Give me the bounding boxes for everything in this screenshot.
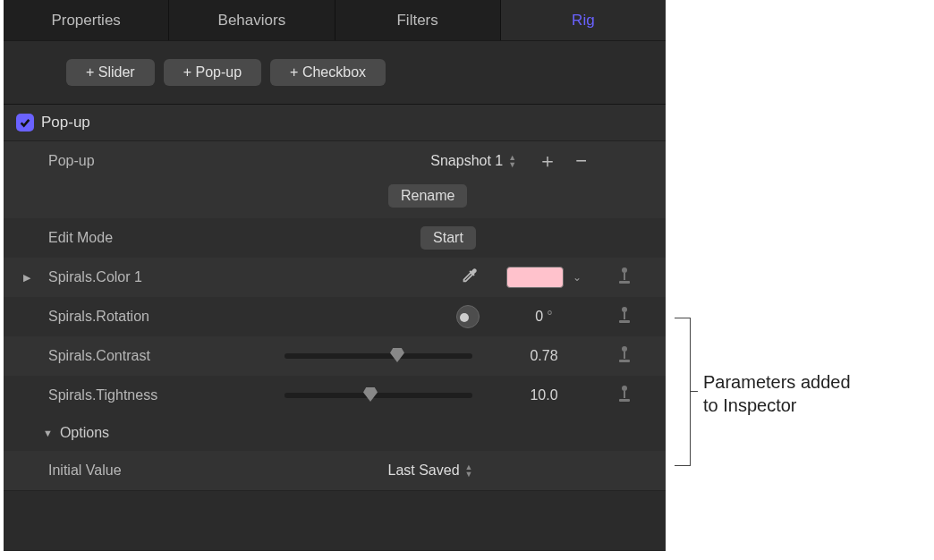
add-widget-row: + Slider + Pop-up + Checkbox — [4, 41, 666, 104]
eyedropper-icon[interactable] — [460, 266, 480, 289]
slider-thumb[interactable] — [390, 348, 404, 362]
tab-behaviors[interactable]: Behaviors — [169, 0, 335, 40]
disclosure-triangle[interactable] — [23, 271, 30, 284]
param-tightness-row: Spirals.Tightness 10.0 — [4, 376, 666, 415]
param-label: Spirals.Tightness — [48, 387, 245, 403]
contrast-slider[interactable] — [284, 353, 472, 359]
remove-snapshot-button[interactable]: − — [575, 149, 587, 173]
options-label: Options — [60, 425, 109, 441]
contrast-value[interactable]: 0.78 — [530, 348, 557, 364]
tightness-slider[interactable] — [284, 393, 472, 398]
initial-value-select[interactable]: Last Saved ▲▼ — [388, 462, 473, 479]
stepper-icon: ▲▼ — [465, 464, 473, 478]
popup-section-header: Pop-up — [4, 105, 666, 140]
options-header[interactable]: Options — [4, 415, 666, 451]
edit-mode-label: Edit Mode — [48, 230, 245, 246]
tab-label: Behaviors — [218, 12, 286, 30]
rotation-unit: ° — [547, 309, 552, 325]
tab-filters[interactable]: Filters — [335, 0, 501, 40]
svg-point-0 — [622, 267, 627, 273]
svg-rect-7 — [624, 352, 625, 359]
initial-value-row: Initial Value Last Saved ▲▼ — [4, 451, 666, 490]
popup-enable-checkbox[interactable] — [16, 114, 34, 132]
svg-point-9 — [622, 386, 627, 391]
edit-mode-row: Edit Mode Start — [4, 218, 666, 258]
disclosure-triangle[interactable] — [43, 427, 53, 439]
tab-label: Filters — [396, 12, 437, 30]
svg-rect-11 — [619, 399, 630, 402]
chevron-down-icon[interactable]: ⌄ — [573, 271, 582, 284]
add-snapshot-button[interactable]: ＋ — [538, 148, 557, 174]
rename-button[interactable]: Rename — [388, 184, 467, 208]
svg-rect-10 — [624, 391, 625, 398]
param-label: Spirals.Color 1 — [48, 269, 245, 285]
inspector-panel: Properties Behaviors Filters Rig + Slide… — [4, 0, 666, 551]
rotation-dial[interactable] — [456, 305, 480, 328]
initial-value-selected: Last Saved — [388, 462, 460, 479]
animation-menu-icon[interactable] — [616, 266, 633, 289]
stepper-icon: ▲▼ — [508, 155, 516, 168]
add-slider-button[interactable]: + Slider — [66, 59, 155, 86]
annotation-text: Parameters added to Inspector — [703, 370, 851, 417]
svg-rect-4 — [624, 312, 625, 319]
initial-value-label: Initial Value — [48, 462, 245, 479]
svg-rect-1 — [624, 273, 625, 280]
tab-rig[interactable]: Rig — [501, 0, 666, 40]
popup-settings: Pop-up Snapshot 1 ▲▼ ＋ − Rename Edit Mod… — [4, 140, 666, 491]
annotation-line2: to Inspector — [703, 395, 797, 415]
tab-properties[interactable]: Properties — [4, 0, 169, 40]
param-label: Spirals.Rotation — [48, 309, 245, 325]
svg-rect-5 — [619, 320, 630, 323]
rename-row: Rename — [4, 181, 666, 218]
tightness-value[interactable]: 10.0 — [530, 387, 557, 403]
animation-menu-icon[interactable] — [616, 305, 633, 328]
check-icon — [19, 116, 31, 129]
animation-menu-icon[interactable] — [616, 344, 633, 368]
annotation-tick — [691, 391, 698, 392]
param-color-row: Spirals.Color 1 ⌄ — [4, 258, 666, 297]
snapshot-select[interactable]: Snapshot 1 ▲▼ — [430, 153, 516, 169]
add-checkbox-button[interactable]: + Checkbox — [270, 59, 386, 86]
tab-bar: Properties Behaviors Filters Rig — [4, 0, 666, 41]
tab-label: Properties — [51, 12, 120, 30]
svg-rect-8 — [619, 360, 630, 362]
popup-param-label: Pop-up — [48, 153, 245, 169]
param-label: Spirals.Contrast — [48, 348, 245, 364]
animation-menu-icon[interactable] — [616, 384, 633, 407]
rotation-value[interactable]: 0 — [535, 309, 543, 325]
svg-point-3 — [622, 307, 627, 312]
annotation-line1: Parameters added — [703, 372, 851, 392]
edit-mode-start-button[interactable]: Start — [420, 226, 476, 250]
popup-section-title: Pop-up — [41, 114, 90, 132]
popup-snapshot-row: Pop-up Snapshot 1 ▲▼ ＋ − — [4, 141, 666, 181]
svg-point-6 — [622, 346, 627, 352]
slider-thumb[interactable] — [363, 387, 378, 402]
color-well[interactable] — [506, 267, 564, 288]
param-contrast-row: Spirals.Contrast 0.78 — [4, 336, 666, 376]
tab-label: Rig — [572, 12, 595, 30]
snapshot-selected: Snapshot 1 — [430, 153, 503, 169]
svg-rect-2 — [619, 281, 630, 284]
annotation-bracket — [675, 318, 691, 466]
param-rotation-row: Spirals.Rotation 0 ° — [4, 297, 666, 336]
add-popup-button[interactable]: + Pop-up — [164, 59, 261, 86]
